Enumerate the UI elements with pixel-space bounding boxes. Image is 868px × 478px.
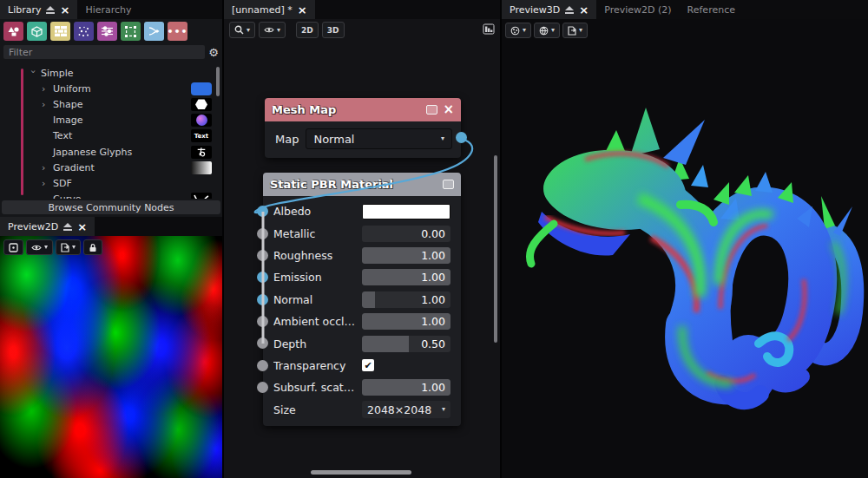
tree-item-image[interactable]: Image xyxy=(0,113,222,128)
caret-down-icon: ▾ xyxy=(551,27,555,34)
param-row-ambient-occlusion: Ambient occl… 1.00 xyxy=(273,311,452,332)
chevron-right-icon[interactable]: › xyxy=(42,162,49,174)
transparency-checkbox[interactable]: ✔ xyxy=(362,359,374,371)
tab-preview2d-2[interactable]: Preview2D (2) xyxy=(596,0,679,19)
tree-item-uniform[interactable]: › Uniform xyxy=(0,81,222,96)
category-transform-icon[interactable] xyxy=(121,22,141,41)
chevron-right-icon[interactable]: › xyxy=(42,178,49,189)
roughness-slider[interactable]: 1.00 xyxy=(362,247,450,264)
tree-item-curve[interactable]: Curve xyxy=(0,192,222,200)
tab-unnamed-graph[interactable]: [unnamed] * × xyxy=(224,0,315,19)
tab-hierarchy[interactable]: Hierarchy xyxy=(77,0,139,19)
tab-library[interactable]: Library × xyxy=(0,0,77,19)
float-panel-icon[interactable] xyxy=(46,6,55,14)
size-dropdown[interactable]: 2048×2048 ▾ xyxy=(362,401,450,418)
shape-preview-thumb xyxy=(191,98,212,111)
buffer-icon[interactable] xyxy=(426,105,437,115)
export-mesh-button[interactable]: ▾ xyxy=(562,23,588,38)
input-port-emission[interactable] xyxy=(257,272,268,283)
preview-2d-mode-button[interactable]: 2D xyxy=(296,22,319,38)
input-port-normal[interactable] xyxy=(257,294,268,305)
tab-preview3d[interactable]: Preview3D × xyxy=(502,0,596,19)
environment-select-button[interactable]: ▾ xyxy=(534,23,560,38)
gear-icon[interactable]: ⚙ xyxy=(208,47,219,58)
tree-item-shape[interactable]: › Shape xyxy=(0,96,222,112)
chevron-right-icon[interactable]: › xyxy=(42,99,49,110)
close-icon[interactable]: × xyxy=(443,103,454,116)
preview-3d-mode-button[interactable]: 3D xyxy=(322,22,345,38)
model-select-button[interactable]: ▾ xyxy=(505,23,531,38)
mesh-map-header[interactable]: Mesh Map × xyxy=(265,98,461,121)
caret-down-icon: ▾ xyxy=(72,244,76,251)
emission-slider[interactable]: 1.00 xyxy=(362,269,450,285)
tree-scrollbar[interactable] xyxy=(216,67,220,96)
input-port-transparency[interactable] xyxy=(257,360,268,371)
filter-input[interactable] xyxy=(3,45,205,59)
ambient-occlusion-slider[interactable]: 1.00 xyxy=(362,313,450,330)
input-port-metallic[interactable] xyxy=(257,228,268,239)
param-row-size: Size 2048×2048 ▾ xyxy=(273,399,452,421)
close-icon[interactable]: × xyxy=(77,221,87,232)
input-port-albedo[interactable] xyxy=(257,206,268,217)
view-options-button[interactable]: ▾ xyxy=(259,22,286,38)
param-row-depth: Depth 0.50 xyxy=(273,332,452,354)
close-icon[interactable]: × xyxy=(298,4,307,16)
close-icon[interactable]: × xyxy=(579,4,589,16)
normal-slider[interactable]: 1.00 xyxy=(362,291,450,308)
chevron-right-icon[interactable]: › xyxy=(42,83,49,95)
input-port-depth[interactable] xyxy=(257,337,268,349)
metallic-slider[interactable]: 0.00 xyxy=(362,226,450,242)
map-type-dropdown[interactable]: Normal ▾ xyxy=(306,128,452,149)
node-graph-canvas[interactable]: Mesh Map × Map Normal ▾ Static PBR Mater… xyxy=(224,41,500,478)
graph-horizontal-scrollbar[interactable] xyxy=(311,470,411,475)
tree-item-sdf[interactable]: › SDF xyxy=(0,175,222,191)
pbr-header[interactable]: Static PBR Material xyxy=(263,173,461,196)
zoom-button[interactable]: ▾ xyxy=(229,22,255,38)
category-shapes-icon[interactable] xyxy=(3,22,23,41)
tab-preview3d-label: Preview3D xyxy=(510,4,560,16)
tab-preview2d-label: Preview2D xyxy=(8,221,58,232)
subsurface-scattering-slider[interactable]: 1.00 xyxy=(362,379,450,396)
graph-toolbar: ▾ ▾ 2D 3D xyxy=(224,19,500,41)
tab-library-label: Library xyxy=(8,4,41,16)
output-port[interactable] xyxy=(456,132,467,143)
browse-community-nodes-button[interactable]: Browse Community Nodes xyxy=(2,200,220,214)
depth-slider[interactable]: 0.50 xyxy=(362,336,450,352)
close-icon[interactable]: × xyxy=(60,4,69,16)
category-noise-icon[interactable] xyxy=(74,22,94,41)
float-panel-icon[interactable] xyxy=(63,223,72,231)
image-preview-thumb xyxy=(191,114,212,127)
tree-item-simple[interactable]: › Simple xyxy=(0,65,222,81)
category-filter-icon[interactable] xyxy=(97,22,117,41)
category-misc-icon[interactable]: ••• xyxy=(168,22,187,41)
tree-item-text[interactable]: Text Text xyxy=(0,128,222,144)
export-button[interactable]: ▾ xyxy=(56,239,81,255)
histogram-icon[interactable] xyxy=(483,22,495,38)
tab-reference[interactable]: Reference xyxy=(680,0,743,19)
input-port-ambient-occlusion[interactable] xyxy=(257,316,268,327)
tree-item-japanese-glyphs[interactable]: Japanese Glyphs xyxy=(0,144,222,160)
category-workflow-icon[interactable] xyxy=(144,22,164,41)
category-bricks-icon[interactable] xyxy=(50,22,70,41)
input-port-subsurface-scattering[interactable] xyxy=(257,382,268,393)
preview3d-viewport[interactable]: ▾ ▾ ▾ xyxy=(502,19,868,478)
library-filter-row: ⚙ xyxy=(0,43,222,62)
input-port-roughness[interactable] xyxy=(257,250,268,261)
graph-vertical-scrollbar[interactable] xyxy=(494,155,497,343)
tree-item-gradient[interactable]: › Gradient xyxy=(0,160,222,175)
preview2d-viewport[interactable]: ▾ ▾ xyxy=(0,236,222,478)
chevron-down-icon[interactable]: › xyxy=(28,69,39,76)
tab-preview2d[interactable]: Preview2D × xyxy=(0,217,95,236)
caret-down-icon: ▾ xyxy=(441,135,444,142)
mesh-map-node[interactable]: Mesh Map × Map Normal ▾ xyxy=(265,98,461,158)
static-pbr-material-node[interactable]: Static PBR Material Albedo Metallic 0.00… xyxy=(263,173,461,426)
tab-reference-label: Reference xyxy=(687,4,735,16)
center-view-button[interactable] xyxy=(3,239,23,255)
buffer-icon[interactable] xyxy=(443,180,454,189)
category-cube-icon[interactable] xyxy=(27,22,47,41)
float-panel-icon[interactable] xyxy=(565,6,574,14)
preview3d-tabbar: Preview3D × Preview2D (2) Reference xyxy=(502,0,868,19)
lock-button[interactable] xyxy=(83,239,102,255)
albedo-color-swatch[interactable] xyxy=(362,204,450,219)
view-mode-button[interactable]: ▾ xyxy=(26,239,53,255)
